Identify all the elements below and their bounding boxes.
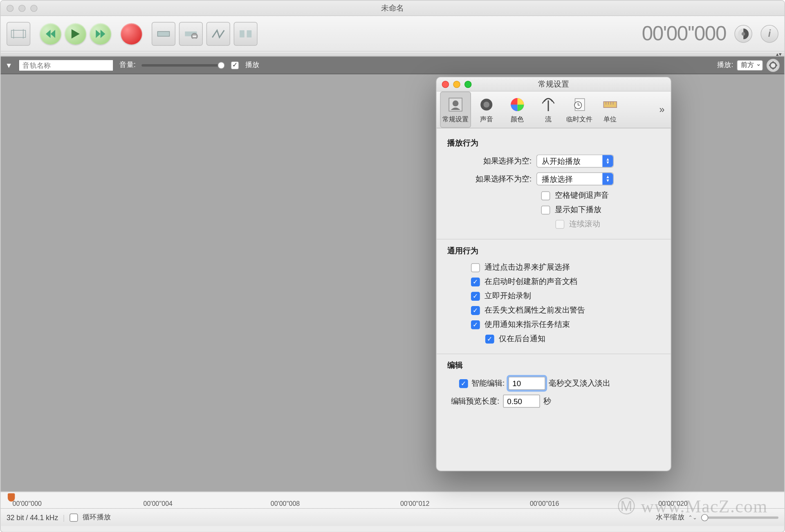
svg-marker-7 — [101, 29, 105, 38]
smart-edit-label: 智能编辑: — [471, 378, 505, 389]
volume-slider[interactable] — [142, 64, 225, 66]
info-button[interactable]: i — [760, 25, 778, 42]
tab-general[interactable]: 常规设置 — [440, 92, 471, 128]
svg-rect-13 — [247, 30, 252, 37]
warn-lost-checkbox[interactable]: ✓ — [471, 306, 480, 315]
timecode-display: 00'00''000 — [642, 22, 726, 45]
delete-selection-button[interactable] — [179, 22, 203, 45]
color-wheel-icon — [509, 96, 527, 114]
svg-point-23 — [484, 102, 490, 108]
preferences-window: 常规设置 常规设置 声音 颜色 流 临时文件 — [436, 77, 671, 472]
time-label: 00'00''008 — [271, 500, 300, 507]
main-window: 未命名 00'00''000 i ▴▾ ▼ 音量: ✓ 播放 播放: 前方 — [0, 0, 785, 532]
forward-button[interactable] — [90, 23, 111, 44]
loop-label: 循环播放 — [83, 512, 111, 523]
svg-point-14 — [742, 32, 745, 36]
track-header: ▼ 音量: ✓ 播放 播放: 前方 — [0, 56, 784, 74]
chevron-updown-icon: ▲▼ — [602, 155, 613, 167]
slider-knob-icon[interactable] — [218, 62, 225, 69]
new-doc-checkbox[interactable]: ✓ — [471, 277, 480, 286]
prefs-body: 播放行为 如果选择为空: 从开始播放▲▼ 如果选择不为空: 播放选择▲▼ 空格键… — [437, 128, 671, 427]
play-button[interactable] — [65, 23, 86, 44]
chevron-updown-icon: ▲▼ — [602, 173, 613, 185]
general-icon — [446, 96, 464, 114]
time-label: 00'00''000 — [13, 500, 42, 507]
section-heading: 通用行为 — [447, 246, 660, 256]
if-notempty-label: 如果选择不为空: — [447, 174, 536, 184]
disclosure-triangle-icon[interactable]: ▼ — [5, 61, 12, 69]
tab-stream[interactable]: 流 — [533, 92, 564, 128]
rewind-button[interactable] — [40, 23, 61, 44]
preview-length-unit: 秒 — [543, 396, 551, 407]
time-label: 00'00''004 — [144, 500, 173, 507]
svg-marker-5 — [72, 29, 80, 38]
antenna-icon — [539, 96, 557, 114]
svg-rect-30 — [603, 102, 617, 108]
ruler-icon — [601, 96, 619, 114]
track-settings-button[interactable] — [767, 58, 780, 72]
window-title: 未命名 — [0, 3, 784, 13]
scroll-arrows-icon[interactable]: ▴▾ — [776, 51, 783, 58]
svg-rect-12 — [240, 30, 244, 37]
play-checkbox[interactable]: ✓ — [231, 61, 239, 69]
tab-sound[interactable]: 声音 — [471, 92, 502, 128]
titlebar: 未命名 — [0, 0, 784, 16]
loop-checkbox[interactable] — [70, 513, 78, 521]
preview-length-input[interactable] — [503, 395, 540, 408]
cont-scroll-checkbox — [556, 219, 565, 228]
prefs-titlebar: 常规设置 — [437, 77, 671, 92]
tab-color[interactable]: 颜色 — [502, 92, 533, 128]
crossfade-button[interactable] — [206, 22, 230, 45]
speaker-icon — [478, 96, 496, 114]
preview-length-label: 编辑预览长度: — [451, 396, 500, 407]
toolbar: 00'00''000 i — [0, 16, 784, 51]
play-position-label: 播放: — [717, 60, 733, 70]
tab-units[interactable]: 单位 — [595, 92, 626, 128]
prefs-title: 常规设置 — [437, 79, 671, 89]
svg-marker-3 — [46, 29, 51, 38]
track-name-input[interactable] — [18, 59, 114, 71]
file-clock-icon — [570, 96, 588, 114]
play-checkbox-label: 播放 — [245, 60, 260, 70]
time-label: 00'00''016 — [530, 500, 559, 507]
record-button[interactable] — [121, 23, 142, 44]
more-tabs-button[interactable]: » — [653, 92, 671, 128]
notify-bg-checkbox[interactable]: ✓ — [485, 334, 494, 343]
smart-edit-input[interactable] — [508, 377, 545, 390]
section-heading: 播放行为 — [447, 138, 660, 148]
volume-label: 音量: — [119, 60, 136, 70]
if-empty-select[interactable]: 从开始播放▲▼ — [536, 154, 614, 168]
svg-marker-4 — [51, 29, 56, 38]
watermark: Ⓜ www.MacZ.com — [617, 494, 768, 519]
tab-temp[interactable]: 临时文件 — [564, 92, 595, 128]
svg-point-21 — [453, 101, 459, 107]
prefs-tabbar: 常规设置 声音 颜色 流 临时文件 单位 » — [437, 92, 671, 128]
notify-done-checkbox[interactable]: ✓ — [471, 320, 480, 329]
smart-edit-checkbox[interactable]: ✓ — [459, 379, 468, 388]
trim-button[interactable] — [152, 22, 175, 45]
svg-rect-8 — [157, 31, 169, 36]
if-empty-label: 如果选择为空: — [447, 156, 536, 166]
extend-sel-checkbox[interactable] — [471, 263, 480, 272]
if-notempty-select[interactable]: 播放选择▲▼ — [536, 172, 614, 186]
smart-edit-unit: 毫秒交叉淡入淡出 — [549, 378, 610, 389]
selection-tool-button[interactable] — [7, 22, 30, 45]
ruler-header: ▴▾ — [0, 52, 784, 57]
space-rewind-checkbox[interactable] — [541, 191, 550, 200]
rec-now-checkbox[interactable]: ✓ — [471, 291, 480, 300]
svg-marker-6 — [96, 29, 101, 38]
burn-disc-button[interactable] — [734, 25, 752, 42]
show-play-checkbox[interactable] — [541, 206, 550, 215]
section-heading: 编辑 — [447, 360, 660, 371]
play-position-select[interactable]: 前方 — [737, 60, 763, 70]
split-button[interactable] — [234, 22, 258, 45]
svg-point-15 — [770, 62, 776, 68]
time-label: 00'00''012 — [400, 500, 429, 507]
audio-format-label: 32 bit / 44.1 kHz — [7, 513, 58, 521]
